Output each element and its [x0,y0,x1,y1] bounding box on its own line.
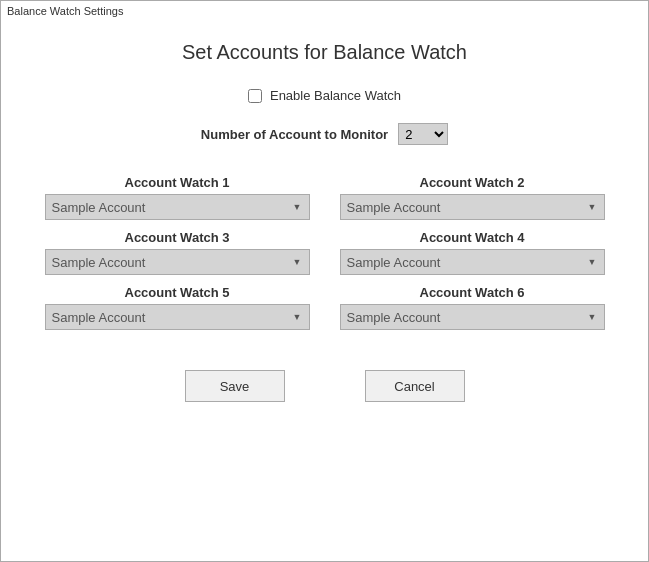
account-watch-2-dropdown-wrapper: Sample Account [340,194,605,220]
account-watch-1-group: Account Watch 1Sample Account [45,175,310,220]
account-watch-3-group: Account Watch 3Sample Account [45,230,310,275]
num-accounts-label: Number of Account to Monitor [201,127,388,142]
account-watch-3-dropdown-wrapper: Sample Account [45,249,310,275]
account-watch-1-dropdown-wrapper: Sample Account [45,194,310,220]
account-watch-3-label: Account Watch 3 [45,230,310,245]
account-watch-2-group: Account Watch 2Sample Account [340,175,605,220]
save-button[interactable]: Save [185,370,285,402]
account-watch-1-label: Account Watch 1 [45,175,310,190]
account-watch-5-dropdown-wrapper: Sample Account [45,304,310,330]
accounts-grid: Account Watch 1Sample AccountAccount Wat… [45,175,605,330]
account-watch-3-dropdown[interactable]: Sample Account [45,249,310,275]
account-watch-5-group: Account Watch 5Sample Account [45,285,310,330]
account-watch-1-dropdown[interactable]: Sample Account [45,194,310,220]
account-watch-4-dropdown-wrapper: Sample Account [340,249,605,275]
account-watch-5-dropdown[interactable]: Sample Account [45,304,310,330]
account-watch-6-group: Account Watch 6Sample Account [340,285,605,330]
page-heading: Set Accounts for Balance Watch [182,41,467,64]
enable-row: Enable Balance Watch [248,88,401,103]
account-watch-4-group: Account Watch 4Sample Account [340,230,605,275]
account-watch-6-dropdown[interactable]: Sample Account [340,304,605,330]
buttons-row: Save Cancel [185,370,465,402]
account-watch-4-label: Account Watch 4 [340,230,605,245]
app-window: Balance Watch Settings Set Accounts for … [0,0,649,562]
title-bar-label: Balance Watch Settings [7,5,123,17]
title-bar: Balance Watch Settings [1,1,648,21]
enable-balance-watch-label: Enable Balance Watch [270,88,401,103]
num-accounts-select[interactable]: 123456 [398,123,448,145]
num-accounts-row: Number of Account to Monitor 123456 [201,123,448,145]
account-watch-6-dropdown-wrapper: Sample Account [340,304,605,330]
account-watch-4-dropdown[interactable]: Sample Account [340,249,605,275]
enable-balance-watch-checkbox[interactable] [248,89,262,103]
account-watch-6-label: Account Watch 6 [340,285,605,300]
account-watch-5-label: Account Watch 5 [45,285,310,300]
main-content: Set Accounts for Balance Watch Enable Ba… [1,21,648,422]
account-watch-2-label: Account Watch 2 [340,175,605,190]
account-watch-2-dropdown[interactable]: Sample Account [340,194,605,220]
cancel-button[interactable]: Cancel [365,370,465,402]
